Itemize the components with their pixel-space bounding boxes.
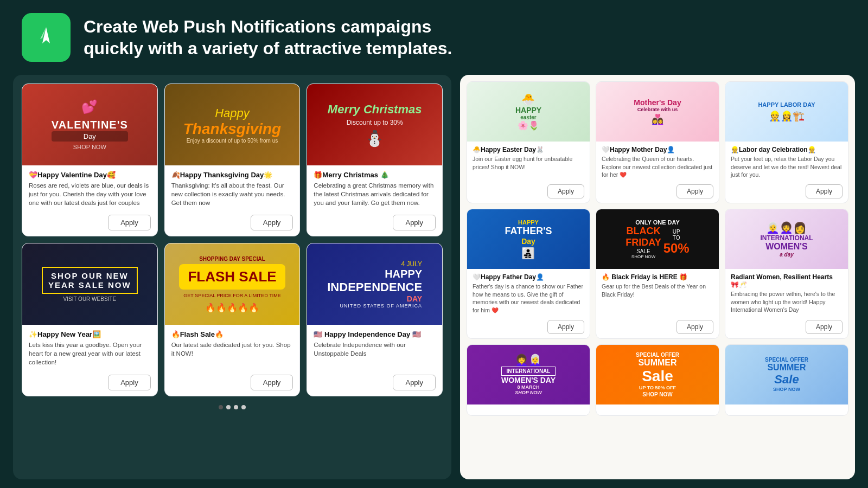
card-valentine: 💕 Valentine's Day SHOP NOW 💝Happy Valent… bbox=[22, 84, 158, 236]
right-card-fathersday: HAPPY FATHER'S Day 👨‍👧‍👦 🤍Happy Father D… bbox=[467, 209, 590, 339]
card-independence: 4 JULY HAPPY INDEPENDENCE DAY UNITED STA… bbox=[307, 243, 443, 396]
card-valentine-footer: Apply bbox=[22, 211, 157, 236]
right-card-mothersday-desc: Celebrating the Queen of our hearts. Exp… bbox=[602, 155, 713, 179]
right-card-fathersday-body: 🤍Happy Father Day👤 Father's day is a cha… bbox=[467, 269, 590, 318]
apply-button-newyear[interactable]: Apply bbox=[108, 375, 151, 390]
right-card-easter-image: 🐣 HAPPY easter 🌸🌷 bbox=[467, 82, 590, 142]
right-card-womens-title: Radiant Women, Resilient Hearts 🎀🥂 bbox=[731, 273, 843, 288]
card-newyear-image: SHOP OUR NEWYEAR SALE NOW VISIT OUR WEBS… bbox=[22, 243, 157, 325]
apply-button-fathersday[interactable]: Apply bbox=[547, 320, 584, 334]
page-title: Create Web Push Notifications campaigns … bbox=[84, 16, 463, 59]
card-newyear-desc: Lets kiss this year a goodbye. Open your… bbox=[29, 341, 151, 367]
right-card-blackfriday-title: 🔥 Black Friday is HERE 🎁 bbox=[602, 273, 713, 281]
right-card-laborday: HAPPY LABOR DAY 👷👷‍♀️🏗️ 👷Labor day Celeb… bbox=[725, 81, 848, 203]
right-card-mothersday-body: 🤍Happy Mother Day👤 Celebrating the Queen… bbox=[596, 142, 719, 182]
card-thanksgiving-image: Happy Thanksgiving Enjoy a discount of u… bbox=[165, 84, 300, 165]
card-independence-body: 🇺🇸 Happy Independence Day 🇺🇸 Celebrate I… bbox=[307, 325, 442, 371]
card-christmas-title: 🎁Merry Christmas 🎄 bbox=[314, 171, 436, 179]
pagination-dot-3[interactable] bbox=[234, 405, 238, 409]
right-card-laborday-footer: Apply bbox=[725, 182, 848, 203]
pagination-dot-2[interactable] bbox=[226, 405, 231, 409]
card-christmas-body: 🎁Merry Christmas 🎄 Celebrating a great C… bbox=[307, 165, 442, 211]
right-card-womens-desc: Embracing the power within, here's to th… bbox=[731, 290, 843, 314]
apply-button-womens[interactable]: Apply bbox=[806, 320, 843, 334]
right-card-laborday-image: HAPPY LABOR DAY 👷👷‍♀️🏗️ bbox=[725, 82, 848, 142]
right-card-blackfriday-desc: Gear up for the Best Deals of the Year o… bbox=[602, 282, 713, 298]
right-card-summersale2-image: SPECIAL OFFER SUMMER Sale SHOP NOW bbox=[725, 345, 848, 404]
card-flashsale-title: 🔥Flash Sale🔥 bbox=[171, 330, 293, 338]
left-panel: 💕 Valentine's Day SHOP NOW 💝Happy Valent… bbox=[13, 75, 451, 479]
right-card-easter-body: 🐣Happy Easter Day🐰 Join our Easter egg h… bbox=[467, 142, 590, 182]
right-card-easter-footer: Apply bbox=[467, 182, 590, 203]
right-card-fathersday-desc: Father's day is a chance to show our Fat… bbox=[473, 282, 584, 314]
right-card-fathersday-image: HAPPY FATHER'S Day 👨‍👧‍👦 bbox=[467, 209, 590, 269]
card-christmas: Merry Christmas Discount up to 30% ⛄ 🎁Me… bbox=[307, 84, 443, 236]
right-card-summersale2: SPECIAL OFFER SUMMER Sale SHOP NOW bbox=[725, 344, 848, 416]
card-thanksgiving-footer: Apply bbox=[165, 211, 300, 236]
card-newyear-title: ✨Happy New Year🖼️ bbox=[29, 330, 151, 338]
right-card-womensday2-body bbox=[467, 404, 590, 415]
apply-button-blackfriday[interactable]: Apply bbox=[676, 320, 713, 334]
left-cards-grid: 💕 Valentine's Day SHOP NOW 💝Happy Valent… bbox=[22, 84, 443, 396]
right-card-mothersday-title: 🤍Happy Mother Day👤 bbox=[602, 146, 713, 153]
right-card-fathersday-title: 🤍Happy Father Day👤 bbox=[473, 273, 584, 281]
card-independence-desc: Celebrate Independence with our Unstoppa… bbox=[314, 341, 436, 367]
right-card-laborday-title: 👷Labor day Celebration👷 bbox=[731, 146, 843, 153]
right-card-womensday2-image: 👩‍🦱👩‍🦳 INTERNATIONAL WOMEN'S DAY 8 MARCH… bbox=[467, 345, 590, 404]
card-newyear: SHOP OUR NEWYEAR SALE NOW VISIT OUR WEBS… bbox=[22, 243, 158, 396]
right-card-laborday-body: 👷Labor day Celebration👷 Put your feet up… bbox=[725, 142, 848, 182]
card-independence-footer: Apply bbox=[307, 371, 442, 396]
apply-button-valentine[interactable]: Apply bbox=[108, 215, 151, 230]
apply-button-flashsale[interactable]: Apply bbox=[251, 375, 293, 390]
right-card-mothersday-footer: Apply bbox=[596, 182, 719, 203]
right-card-blackfriday: ONLY ONE DAY BLACK FRIDAY SALE SHOP NOW … bbox=[596, 209, 719, 339]
right-card-mothersday: Mother's Day Celebrate with us 👩‍❤️‍👩 🤍H… bbox=[596, 81, 719, 203]
apply-button-easter[interactable]: Apply bbox=[547, 184, 584, 198]
apply-button-christmas[interactable]: Apply bbox=[393, 215, 436, 230]
card-valentine-title: 💝Happy Valentine Day🥰 bbox=[29, 171, 151, 179]
right-card-summersale1-body bbox=[596, 404, 719, 415]
card-flashsale-desc: Our latest sale dedicated just for you. … bbox=[171, 341, 293, 367]
pagination-dot-4[interactable] bbox=[241, 405, 246, 409]
right-card-womens-image: 👩‍🦳👩‍🦱👩 INTERNATIONAL WOMEN'S a day bbox=[725, 209, 848, 269]
right-card-fathersday-footer: Apply bbox=[467, 318, 590, 338]
right-card-womens: 👩‍🦳👩‍🦱👩 INTERNATIONAL WOMEN'S a day Radi… bbox=[725, 209, 848, 339]
right-card-summersale2-body bbox=[725, 404, 848, 415]
card-christmas-footer: Apply bbox=[307, 211, 442, 236]
right-card-womens-footer: Apply bbox=[725, 318, 848, 338]
right-card-womens-body: Radiant Women, Resilient Hearts 🎀🥂 Embra… bbox=[725, 269, 848, 318]
right-card-summersale1: SPECIAL OFFER SUMMER Sale UP TO 50% OFF … bbox=[596, 344, 719, 416]
right-card-womensday2: 👩‍🦱👩‍🦳 INTERNATIONAL WOMEN'S DAY 8 MARCH… bbox=[467, 344, 590, 416]
card-flashsale-body: 🔥Flash Sale🔥 Our latest sale dedicated j… bbox=[165, 325, 300, 371]
apply-button-thanksgiving[interactable]: Apply bbox=[251, 215, 293, 230]
right-card-mothersday-image: Mother's Day Celebrate with us 👩‍❤️‍👩 bbox=[596, 82, 719, 142]
card-flashsale-footer: Apply bbox=[165, 371, 300, 396]
card-valentine-body: 💝Happy Valentine Day🥰 Roses are red, vio… bbox=[22, 165, 157, 211]
card-independence-image: 4 JULY HAPPY INDEPENDENCE DAY UNITED STA… bbox=[307, 243, 442, 325]
card-flashsale-image: SHOPPING DAY SPECIAL FLASH SALE GET SPEC… bbox=[165, 243, 300, 325]
apply-button-mothersday[interactable]: Apply bbox=[676, 184, 713, 198]
card-thanksgiving-title: 🍂Happy Thanksgiving Day🌟 bbox=[171, 171, 293, 179]
right-card-easter-desc: Join our Easter egg hunt for unbeatable … bbox=[473, 155, 584, 171]
pagination bbox=[22, 403, 443, 412]
right-card-blackfriday-body: 🔥 Black Friday is HERE 🎁 Gear up for the… bbox=[596, 269, 719, 318]
right-card-blackfriday-footer: Apply bbox=[596, 318, 719, 338]
main-content: 💕 Valentine's Day SHOP NOW 💝Happy Valent… bbox=[0, 75, 868, 488]
right-card-easter-title: 🐣Happy Easter Day🐰 bbox=[473, 146, 584, 153]
right-card-laborday-desc: Put your feet up, relax the Labor Day yo… bbox=[731, 155, 843, 179]
card-independence-title: 🇺🇸 Happy Independence Day 🇺🇸 bbox=[314, 330, 436, 338]
card-christmas-image: Merry Christmas Discount up to 30% ⛄ bbox=[307, 84, 442, 165]
card-newyear-body: ✨Happy New Year🖼️ Lets kiss this year a … bbox=[22, 325, 157, 371]
right-card-summersale1-image: SPECIAL OFFER SUMMER Sale UP TO 50% OFF … bbox=[596, 345, 719, 404]
pagination-dot-1[interactable] bbox=[219, 405, 223, 409]
card-christmas-desc: Celebrating a great Christmas memory wit… bbox=[314, 181, 436, 207]
app-logo bbox=[22, 13, 71, 62]
right-card-blackfriday-image: ONLY ONE DAY BLACK FRIDAY SALE SHOP NOW … bbox=[596, 209, 719, 269]
card-thanksgiving-body: 🍂Happy Thanksgiving Day🌟 Thanksgiving: I… bbox=[165, 165, 300, 211]
card-flashsale: SHOPPING DAY SPECIAL FLASH SALE GET SPEC… bbox=[164, 243, 301, 396]
apply-button-laborday[interactable]: Apply bbox=[806, 184, 843, 198]
card-valentine-desc: Roses are red, violets are blue, our dea… bbox=[29, 181, 151, 207]
apply-button-independence[interactable]: Apply bbox=[393, 375, 436, 390]
card-valentine-image: 💕 Valentine's Day SHOP NOW bbox=[22, 84, 157, 165]
card-thanksgiving-desc: Thanksgiving: It's all about the feast. … bbox=[171, 181, 293, 207]
